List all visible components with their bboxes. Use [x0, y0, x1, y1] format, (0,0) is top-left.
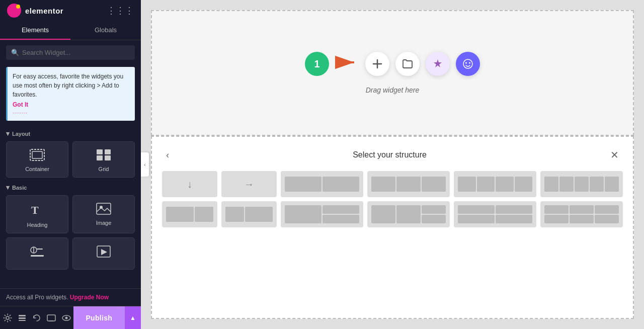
image-icon	[96, 203, 111, 217]
col1	[458, 177, 476, 192]
structure-close-button[interactable]: ✕	[606, 147, 623, 163]
basic-widget-grid: T Heading Image	[6, 195, 135, 270]
got-it-link[interactable]: Got It	[13, 100, 130, 109]
tip-box: For easy access, favorite the widgets yo…	[6, 67, 135, 121]
face-button[interactable]	[456, 52, 480, 76]
sidebar-promo: Access all Pro widgets. Upgrade Now	[0, 288, 141, 306]
structure-option-big-small[interactable]	[162, 201, 217, 227]
grid-icon[interactable]: ⋮⋮⋮	[107, 5, 134, 16]
structure-section: ‹ Select your structure ✕ ↓ →	[151, 136, 634, 319]
got-it-dots: ········	[13, 109, 130, 117]
col3-split	[422, 205, 446, 223]
widget-grid[interactable]: Grid	[72, 141, 135, 178]
tip-text: For easy access, favorite the widgets yo…	[13, 73, 123, 98]
structure-option-3-split[interactable]	[367, 201, 450, 227]
container-icon	[30, 149, 45, 163]
structure-option-4col[interactable]	[454, 171, 536, 197]
structure-option-5col[interactable]	[540, 171, 623, 197]
settings-button[interactable]	[0, 306, 15, 330]
history-button[interactable]	[30, 306, 44, 330]
panel-toggle[interactable]: ‹	[141, 152, 149, 177]
col1	[544, 177, 558, 192]
big-col	[166, 207, 194, 222]
widget-extra2[interactable]	[72, 237, 135, 270]
sidebar-tabs: Elements Globals	[0, 21, 141, 40]
subgrid2-preview	[540, 205, 623, 223]
structure-back-button[interactable]: ‹	[162, 148, 173, 162]
add-widget-button[interactable]	[365, 52, 389, 76]
tab-globals[interactable]: Globals	[70, 21, 141, 40]
drag-hint: Drag widget here	[366, 86, 420, 94]
c1	[458, 205, 495, 214]
tab-elements[interactable]: Elements	[0, 21, 70, 40]
structure-option-single-down[interactable]: ↓	[162, 171, 217, 197]
col1	[371, 177, 395, 192]
sidebar: elementor ⋮⋮⋮ Elements Globals 🔍 For eas…	[0, 0, 141, 329]
subgrid1-preview	[454, 205, 536, 223]
layers-button[interactable]	[15, 306, 29, 330]
widget-heading[interactable]: T Heading	[6, 195, 68, 233]
folder-button[interactable]	[395, 52, 420, 76]
structure-option-2-split[interactable]	[281, 201, 363, 227]
hamburger-button[interactable]	[7, 4, 21, 18]
small-big-preview	[221, 207, 277, 222]
down-arrow-icon: ↓	[187, 179, 192, 190]
col2	[396, 205, 421, 223]
col2	[559, 177, 574, 192]
publish-button[interactable]: Publish	[73, 306, 124, 330]
col1	[285, 205, 321, 223]
layout-widget-grid: Container Grid	[6, 141, 135, 178]
2col-preview	[281, 177, 363, 192]
structure-option-2col[interactable]	[281, 171, 363, 197]
c5	[570, 215, 594, 223]
bottom	[422, 215, 446, 223]
col3	[496, 177, 514, 192]
widget-image[interactable]: Image	[72, 195, 135, 233]
col4	[590, 177, 604, 192]
col1	[371, 205, 395, 223]
c4	[544, 215, 569, 223]
step-circle: 1	[305, 52, 329, 76]
svg-marker-14	[101, 249, 107, 255]
extra2-icon	[96, 245, 111, 261]
5col-preview	[540, 177, 623, 192]
top	[323, 205, 359, 214]
responsive-button[interactable]	[44, 306, 59, 330]
publish-section: Publish ▲	[73, 306, 141, 330]
col2	[477, 177, 495, 192]
2-split-preview	[281, 205, 363, 223]
col2-split	[323, 205, 359, 223]
widget-heading-label: Heading	[27, 222, 48, 228]
arrow-icon	[335, 55, 359, 73]
structure-option-subgrid2[interactable]	[540, 201, 623, 227]
structure-title: Select your structure	[353, 150, 427, 159]
heading-icon: T	[30, 203, 45, 219]
structure-option-3col[interactable]	[367, 171, 450, 197]
preview-button[interactable]	[59, 306, 73, 330]
structure-option-subgrid1[interactable]	[454, 201, 536, 227]
structure-header: ‹ Select your structure ✕	[162, 147, 623, 163]
svg-rect-16	[19, 315, 26, 316]
3-split-preview	[367, 205, 450, 223]
svg-rect-7	[97, 203, 111, 214]
widget-container[interactable]: Container	[6, 141, 68, 178]
ai-button[interactable]	[426, 52, 450, 76]
sidebar-content: Layout Container	[0, 125, 141, 288]
bottom	[323, 215, 359, 223]
col5	[605, 177, 619, 192]
svg-rect-5	[105, 155, 111, 160]
svg-rect-2	[97, 149, 103, 154]
bottom-toolbar: Publish ▲	[0, 306, 141, 329]
widget-extra1[interactable]	[6, 237, 68, 270]
header-left: elementor	[7, 4, 63, 18]
big-col	[245, 207, 273, 222]
elementor-logo: elementor	[25, 7, 63, 15]
drag-widget-area: 1	[305, 52, 480, 94]
svg-rect-9	[31, 255, 44, 257]
publish-arrow-button[interactable]: ▲	[124, 306, 141, 330]
structure-option-small-big[interactable]	[221, 201, 277, 227]
structure-option-single-right[interactable]: →	[221, 171, 277, 197]
search-input[interactable]	[22, 49, 130, 56]
small-col	[225, 207, 244, 222]
upgrade-link[interactable]: Upgrade Now	[70, 294, 109, 301]
